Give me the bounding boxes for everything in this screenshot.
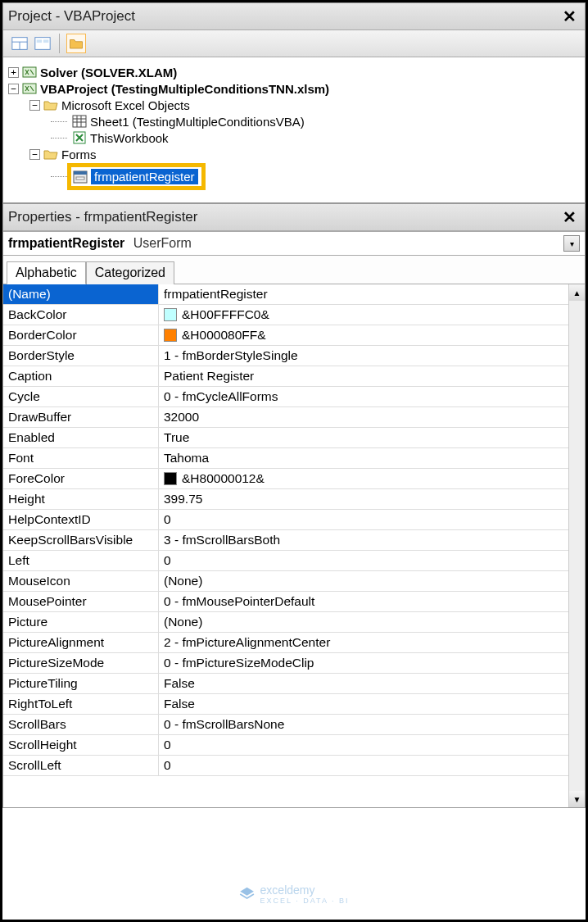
property-value[interactable]: 0 — [159, 756, 568, 775]
property-value[interactable]: 32000 — [159, 407, 568, 427]
properties-titlebar: Properties - frmpatientRegister ✕ — [3, 204, 585, 231]
property-value[interactable]: (None) — [159, 612, 568, 632]
property-value[interactable]: 2 - fmPictureAlignmentCenter — [159, 633, 568, 652]
property-value[interactable]: False — [159, 694, 568, 714]
expand-icon[interactable]: + — [8, 67, 19, 78]
tree-label-selected[interactable]: frmpatientRegister — [91, 169, 198, 184]
worksheet-icon — [72, 114, 87, 129]
property-row[interactable]: DrawBuffer32000 — [3, 407, 568, 428]
property-name: DrawBuffer — [3, 407, 159, 427]
property-row[interactable]: BorderColor &H000080FF& — [3, 325, 568, 346]
scroll-down-icon[interactable]: ▼ — [569, 791, 585, 807]
property-row[interactable]: Picture(None) — [3, 612, 568, 633]
property-name: BorderColor — [3, 325, 159, 345]
property-row[interactable]: Height399.75 — [3, 489, 568, 510]
property-value[interactable]: 0 - fmMousePointerDefault — [159, 592, 568, 611]
property-row[interactable]: KeepScrollBarsVisible3 - fmScrollBarsBot… — [3, 530, 568, 551]
property-value-text: Tahoma — [164, 451, 209, 466]
property-row[interactable]: PictureAlignment2 - fmPictureAlignmentCe… — [3, 633, 568, 653]
property-row[interactable]: Cycle0 - fmCycleAllForms — [3, 387, 568, 407]
property-row[interactable]: BackColor&H00FFFFC0& — [3, 305, 568, 325]
property-name: ScrollLeft — [3, 756, 159, 775]
property-value[interactable]: True — [159, 428, 568, 447]
tree-node-excel-objects[interactable]: − Microsoft Excel Objects — [29, 97, 580, 113]
property-value[interactable]: 0 — [159, 510, 568, 529]
property-row[interactable]: RightToLeftFalse — [3, 694, 568, 715]
project-explorer-panel: Project - VBAProject ✕ + Solver (SOLVER.… — [2, 2, 586, 203]
property-value[interactable]: 3 - fmScrollBarsBoth — [159, 530, 568, 550]
property-name: Enabled — [3, 428, 159, 447]
property-name: PictureTiling — [3, 674, 159, 693]
svg-rect-7 — [23, 84, 36, 93]
property-value-text: &H80000012& — [182, 471, 265, 486]
property-row[interactable]: PictureTilingFalse — [3, 674, 568, 694]
property-name: KeepScrollBarsVisible — [3, 530, 159, 550]
collapse-icon[interactable]: − — [8, 84, 19, 94]
property-name: PictureAlignment — [3, 633, 159, 652]
folder-open-icon — [43, 147, 58, 161]
property-value-text: 0 - fmScrollBarsNone — [164, 717, 284, 732]
project-tree[interactable]: + Solver (SOLVER.XLAM) − VBAProject (Tes… — [3, 57, 585, 202]
dropdown-arrow-icon[interactable]: ▾ — [563, 235, 580, 252]
property-value[interactable]: Patient Register — [159, 366, 568, 386]
property-value[interactable]: &H80000012& — [159, 469, 568, 488]
scroll-up-icon[interactable]: ▲ — [569, 284, 585, 301]
property-row[interactable]: PictureSizeMode0 - fmPictureSizeModeClip — [3, 653, 568, 674]
property-row[interactable]: EnabledTrue — [3, 428, 568, 448]
property-value[interactable]: Tahoma — [159, 448, 568, 468]
property-row[interactable]: CaptionPatient Register — [3, 366, 568, 387]
property-row[interactable]: ScrollHeight0 — [3, 735, 568, 756]
object-selector[interactable]: frmpatientRegister UserForm ▾ — [3, 231, 585, 256]
property-row[interactable]: FontTahoma — [3, 448, 568, 469]
property-value[interactable]: frmpatientRegister — [159, 284, 568, 304]
property-name: Caption — [3, 366, 159, 386]
property-row[interactable]: MouseIcon(None) — [3, 571, 568, 592]
property-row[interactable]: BorderStyle1 - fmBorderStyleSingle — [3, 346, 568, 366]
tree-node-solver[interactable]: + Solver (SOLVER.XLAM) — [8, 64, 580, 80]
property-name: HelpContextID — [3, 510, 159, 529]
property-value[interactable]: 0 — [159, 551, 568, 570]
toggle-folders-icon[interactable] — [66, 34, 86, 53]
property-row[interactable]: (Name)frmpatientRegister — [3, 284, 568, 305]
property-row[interactable]: ScrollBars0 - fmScrollBarsNone — [3, 715, 568, 735]
property-value[interactable]: &H00FFFFC0& — [159, 305, 568, 325]
property-value[interactable]: 0 - fmScrollBarsNone — [159, 715, 568, 734]
property-value-text: (None) — [164, 615, 202, 629]
close-icon[interactable]: ✕ — [559, 7, 580, 26]
tree-node-userform[interactable]: frmpatientRegister — [51, 162, 580, 191]
tree-node-thisworkbook[interactable]: ThisWorkbook — [51, 129, 580, 146]
properties-panel: Properties - frmpatientRegister ✕ frmpat… — [2, 203, 586, 808]
property-row[interactable]: Left0 — [3, 551, 568, 571]
tab-categorized[interactable]: Categorized — [86, 261, 174, 284]
property-row[interactable]: ForeColor &H80000012& — [3, 469, 568, 489]
tree-node-forms[interactable]: − Forms — [29, 146, 580, 162]
view-code-icon[interactable] — [10, 34, 29, 53]
collapse-icon[interactable]: − — [29, 149, 40, 160]
property-value[interactable]: 0 - fmCycleAllForms — [159, 387, 568, 406]
view-object-icon[interactable] — [33, 34, 52, 53]
property-value[interactable]: 0 - fmPictureSizeModeClip — [159, 653, 568, 673]
close-icon[interactable]: ✕ — [559, 207, 580, 227]
property-value[interactable]: False — [159, 674, 568, 693]
property-value[interactable]: 399.75 — [159, 489, 568, 509]
color-swatch — [164, 329, 177, 342]
property-row[interactable]: MousePointer0 - fmMousePointerDefault — [3, 592, 568, 612]
tree-label: Solver (SOLVER.XLAM) — [40, 66, 177, 79]
tab-alphabetic[interactable]: Alphabetic — [7, 261, 86, 284]
color-swatch — [164, 308, 177, 321]
vertical-scrollbar[interactable]: ▲ ▼ — [568, 284, 585, 807]
property-value[interactable]: &H000080FF& — [159, 325, 568, 345]
tree-node-sheet1[interactable]: Sheet1 (TestingMultipleConditionsVBA) — [51, 113, 580, 129]
workbook-icon — [72, 130, 87, 145]
property-value-text: 0 - fmMousePointerDefault — [164, 594, 314, 609]
property-value[interactable]: (None) — [159, 571, 568, 591]
property-row[interactable]: ScrollLeft0 — [3, 756, 568, 776]
tree-node-vbaproject[interactable]: − VBAProject (TestingMultipleConditionsT… — [8, 80, 580, 97]
property-value-text: &H00FFFFC0& — [182, 307, 269, 322]
property-row[interactable]: HelpContextID0 — [3, 510, 568, 530]
collapse-icon[interactable]: − — [29, 100, 40, 111]
tree-label: VBAProject (TestingMultipleConditionsTNN… — [40, 82, 329, 96]
property-value[interactable]: 0 — [159, 735, 568, 755]
property-value[interactable]: 1 - fmBorderStyleSingle — [159, 346, 568, 366]
property-value-text: 32000 — [164, 410, 199, 425]
